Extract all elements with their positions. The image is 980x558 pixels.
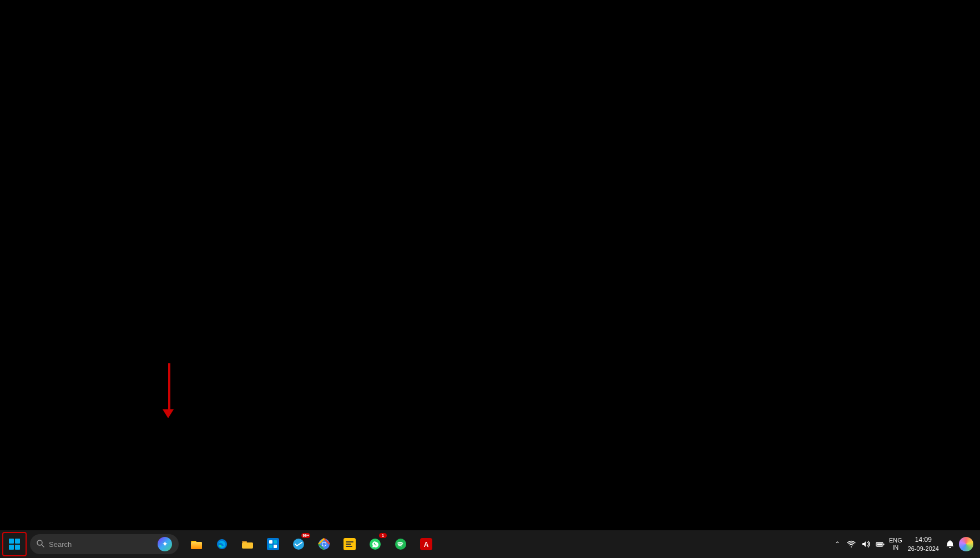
taskbar-apps: 99+ bbox=[184, 532, 831, 556]
taskbar-app-edge[interactable] bbox=[210, 532, 234, 556]
volume-icon[interactable] bbox=[860, 539, 871, 550]
svg-rect-5 bbox=[242, 541, 247, 542]
svg-rect-17 bbox=[346, 541, 353, 542]
svg-rect-26 bbox=[877, 543, 882, 545]
search-label: Search bbox=[49, 540, 153, 549]
taskbar: Search ✦ bbox=[0, 530, 980, 558]
badge-1: 1 bbox=[379, 533, 387, 538]
language-code: ENG bbox=[889, 537, 902, 544]
system-tray: ⌃ bbox=[832, 536, 978, 552]
clock-date: 26-09-2024 bbox=[908, 545, 939, 552]
wifi-icon[interactable] bbox=[846, 539, 857, 550]
taskbar-app-notes[interactable] bbox=[337, 532, 362, 556]
search-icon bbox=[37, 540, 44, 549]
clock-time: 14:09 bbox=[915, 536, 932, 545]
taskbar-app-ms-store[interactable] bbox=[261, 532, 285, 556]
badge-99: 99+ bbox=[301, 533, 310, 538]
taskbar-app-file-explorer[interactable] bbox=[184, 532, 209, 556]
language-indicator[interactable]: ENG IN bbox=[889, 537, 902, 551]
svg-rect-8 bbox=[269, 540, 272, 544]
region-code: IN bbox=[892, 544, 898, 551]
svg-rect-4 bbox=[191, 542, 202, 549]
taskbar-app-folder[interactable] bbox=[235, 532, 260, 556]
tray-overflow-button[interactable]: ⌃ bbox=[832, 539, 842, 549]
taskbar-app-red[interactable]: A bbox=[414, 532, 438, 556]
notification-button[interactable] bbox=[944, 539, 956, 550]
start-button[interactable] bbox=[2, 532, 27, 556]
svg-rect-19 bbox=[346, 546, 352, 547]
svg-line-1 bbox=[42, 545, 44, 547]
chevron-up-icon: ⌃ bbox=[835, 540, 840, 548]
color-theme-button[interactable] bbox=[959, 537, 973, 551]
svg-rect-25 bbox=[883, 544, 885, 545]
taskbar-app-badge-99[interactable]: 99+ bbox=[286, 532, 311, 556]
svg-rect-9 bbox=[274, 540, 277, 544]
taskbar-app-chrome[interactable] bbox=[312, 532, 336, 556]
taskbar-app-whatsapp[interactable]: 1 bbox=[363, 532, 387, 556]
svg-rect-18 bbox=[346, 544, 351, 545]
svg-rect-7 bbox=[267, 538, 279, 550]
desktop bbox=[0, 0, 980, 530]
bing-logo: ✦ bbox=[158, 537, 172, 551]
battery-icon[interactable] bbox=[875, 539, 886, 550]
svg-rect-11 bbox=[274, 545, 277, 548]
svg-rect-10 bbox=[269, 545, 272, 548]
clock-area[interactable]: 14:09 26-09-2024 bbox=[906, 536, 941, 552]
search-box[interactable]: Search ✦ bbox=[30, 534, 179, 554]
svg-point-15 bbox=[322, 542, 326, 546]
svg-text:A: A bbox=[424, 541, 429, 549]
taskbar-app-spotify[interactable] bbox=[388, 532, 413, 556]
svg-rect-6 bbox=[242, 542, 253, 549]
svg-rect-2 bbox=[191, 541, 196, 542]
